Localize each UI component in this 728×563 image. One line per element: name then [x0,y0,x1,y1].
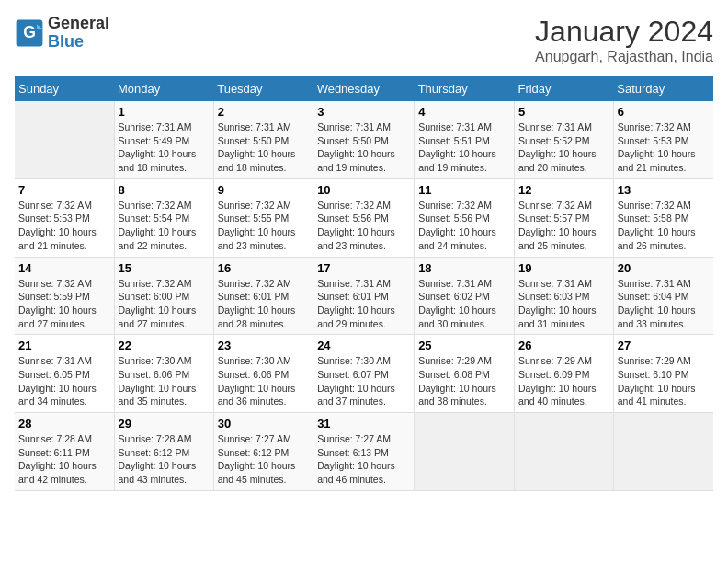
col-header-thursday: Thursday [415,76,515,101]
day-cell: 8Sunrise: 7:32 AM Sunset: 5:54 PM Daylig… [114,178,213,257]
day-cell: 23Sunrise: 7:30 AM Sunset: 6:06 PM Dayli… [213,335,313,413]
day-cell: 22Sunrise: 7:30 AM Sunset: 6:06 PM Dayli… [114,335,213,413]
day-cell: 21Sunrise: 7:31 AM Sunset: 6:05 PM Dayli… [15,335,114,413]
day-detail: Sunrise: 7:31 AM Sunset: 6:01 PM Dayligh… [317,277,410,331]
day-number: 12 [518,183,609,197]
day-cell: 15Sunrise: 7:32 AM Sunset: 6:00 PM Dayli… [114,257,213,335]
day-cell: 10Sunrise: 7:32 AM Sunset: 5:56 PM Dayli… [313,178,415,257]
day-number: 11 [418,183,510,197]
day-number: 23 [218,339,309,352]
day-cell: 24Sunrise: 7:30 AM Sunset: 6:07 PM Dayli… [313,335,415,413]
logo-icon: G [15,18,44,48]
day-number: 20 [618,261,710,275]
day-detail: Sunrise: 7:32 AM Sunset: 5:56 PM Dayligh… [317,199,410,253]
day-number: 8 [119,183,210,197]
day-detail: Sunrise: 7:31 AM Sunset: 5:50 PM Dayligh… [218,121,309,175]
day-cell: 30Sunrise: 7:27 AM Sunset: 6:12 PM Dayli… [213,413,313,491]
day-detail: Sunrise: 7:27 AM Sunset: 6:13 PM Dayligh… [317,432,410,487]
day-detail: Sunrise: 7:30 AM Sunset: 6:06 PM Dayligh… [218,354,309,408]
week-row-3: 14Sunrise: 7:32 AM Sunset: 5:59 PM Dayli… [15,257,713,335]
day-detail: Sunrise: 7:31 AM Sunset: 6:04 PM Dayligh… [618,277,710,331]
day-number: 30 [218,417,309,431]
day-number: 16 [218,261,309,275]
day-number: 26 [518,339,609,352]
day-detail: Sunrise: 7:32 AM Sunset: 5:56 PM Dayligh… [418,199,510,253]
header-row: SundayMondayTuesdayWednesdayThursdayFrid… [15,76,713,101]
day-cell: 11Sunrise: 7:32 AM Sunset: 5:56 PM Dayli… [415,178,515,257]
day-number: 21 [18,339,110,352]
day-detail: Sunrise: 7:31 AM Sunset: 6:02 PM Dayligh… [418,277,510,331]
week-row-4: 21Sunrise: 7:31 AM Sunset: 6:05 PM Dayli… [15,335,713,413]
day-cell: 2Sunrise: 7:31 AM Sunset: 5:50 PM Daylig… [213,101,313,178]
calendar-table: SundayMondayTuesdayWednesdayThursdayFrid… [15,76,713,491]
day-detail: Sunrise: 7:29 AM Sunset: 6:10 PM Dayligh… [618,354,710,408]
day-cell: 27Sunrise: 7:29 AM Sunset: 6:10 PM Dayli… [613,335,713,413]
day-cell: 19Sunrise: 7:31 AM Sunset: 6:03 PM Dayli… [514,257,613,335]
day-detail: Sunrise: 7:29 AM Sunset: 6:09 PM Dayligh… [518,354,609,408]
col-header-wednesday: Wednesday [313,76,415,101]
day-cell [514,413,613,491]
day-cell: 16Sunrise: 7:32 AM Sunset: 6:01 PM Dayli… [213,257,313,335]
day-number: 7 [18,183,110,197]
day-cell: 1Sunrise: 7:31 AM Sunset: 5:49 PM Daylig… [114,101,213,178]
day-detail: Sunrise: 7:28 AM Sunset: 6:12 PM Dayligh… [119,432,210,487]
header: G General Blue January 2024 Anupgarh, Ra… [15,15,713,65]
day-cell: 31Sunrise: 7:27 AM Sunset: 6:13 PM Dayli… [313,413,415,491]
day-number: 13 [618,183,710,197]
day-detail: Sunrise: 7:32 AM Sunset: 5:55 PM Dayligh… [218,199,309,253]
day-detail: Sunrise: 7:31 AM Sunset: 5:49 PM Dayligh… [119,121,210,175]
day-number: 5 [518,105,609,119]
day-number: 6 [618,105,710,119]
day-detail: Sunrise: 7:30 AM Sunset: 6:07 PM Dayligh… [317,354,410,408]
day-detail: Sunrise: 7:32 AM Sunset: 5:53 PM Dayligh… [18,199,110,253]
subtitle: Anupgarh, Rajasthan, India [535,49,713,65]
day-number: 4 [418,105,510,119]
day-detail: Sunrise: 7:31 AM Sunset: 5:50 PM Dayligh… [317,121,410,175]
day-number: 15 [119,261,210,275]
main-title: January 2024 [535,15,713,49]
day-number: 27 [618,339,710,352]
logo-text: General Blue [48,15,109,52]
title-area: January 2024 Anupgarh, Rajasthan, India [535,15,713,65]
day-detail: Sunrise: 7:29 AM Sunset: 6:08 PM Dayligh… [418,354,510,408]
day-detail: Sunrise: 7:32 AM Sunset: 5:57 PM Dayligh… [518,199,609,253]
day-detail: Sunrise: 7:27 AM Sunset: 6:12 PM Dayligh… [218,432,309,487]
day-number: 22 [119,339,210,352]
day-cell: 29Sunrise: 7:28 AM Sunset: 6:12 PM Dayli… [114,413,213,491]
col-header-monday: Monday [114,76,213,101]
day-cell: 9Sunrise: 7:32 AM Sunset: 5:55 PM Daylig… [213,178,313,257]
logo: G General Blue [15,15,109,52]
day-cell: 26Sunrise: 7:29 AM Sunset: 6:09 PM Dayli… [514,335,613,413]
day-cell: 17Sunrise: 7:31 AM Sunset: 6:01 PM Dayli… [313,257,415,335]
day-cell: 20Sunrise: 7:31 AM Sunset: 6:04 PM Dayli… [613,257,713,335]
day-cell: 14Sunrise: 7:32 AM Sunset: 5:59 PM Dayli… [15,257,114,335]
week-row-1: 1Sunrise: 7:31 AM Sunset: 5:49 PM Daylig… [15,101,713,178]
day-cell [415,413,515,491]
day-number: 9 [218,183,309,197]
day-cell: 12Sunrise: 7:32 AM Sunset: 5:57 PM Dayli… [514,178,613,257]
day-cell [15,101,114,178]
day-cell: 18Sunrise: 7:31 AM Sunset: 6:02 PM Dayli… [415,257,515,335]
col-header-friday: Friday [514,76,613,101]
day-cell [613,413,713,491]
day-cell: 3Sunrise: 7:31 AM Sunset: 5:50 PM Daylig… [313,101,415,178]
day-detail: Sunrise: 7:32 AM Sunset: 6:01 PM Dayligh… [218,277,309,331]
day-number: 24 [317,339,410,352]
day-number: 1 [119,105,210,119]
day-detail: Sunrise: 7:31 AM Sunset: 6:03 PM Dayligh… [518,277,609,331]
day-number: 2 [218,105,309,119]
day-detail: Sunrise: 7:32 AM Sunset: 5:59 PM Dayligh… [18,277,110,331]
day-cell: 13Sunrise: 7:32 AM Sunset: 5:58 PM Dayli… [613,178,713,257]
day-detail: Sunrise: 7:28 AM Sunset: 6:11 PM Dayligh… [18,432,110,487]
col-header-sunday: Sunday [15,76,114,101]
week-row-5: 28Sunrise: 7:28 AM Sunset: 6:11 PM Dayli… [15,413,713,491]
day-number: 29 [119,417,210,431]
day-cell: 4Sunrise: 7:31 AM Sunset: 5:51 PM Daylig… [415,101,515,178]
day-detail: Sunrise: 7:32 AM Sunset: 5:53 PM Dayligh… [618,121,710,175]
day-number: 25 [418,339,510,352]
day-detail: Sunrise: 7:31 AM Sunset: 6:05 PM Dayligh… [18,354,110,408]
day-number: 17 [317,261,410,275]
day-detail: Sunrise: 7:31 AM Sunset: 5:52 PM Dayligh… [518,121,609,175]
col-header-tuesday: Tuesday [213,76,313,101]
day-number: 14 [18,261,110,275]
